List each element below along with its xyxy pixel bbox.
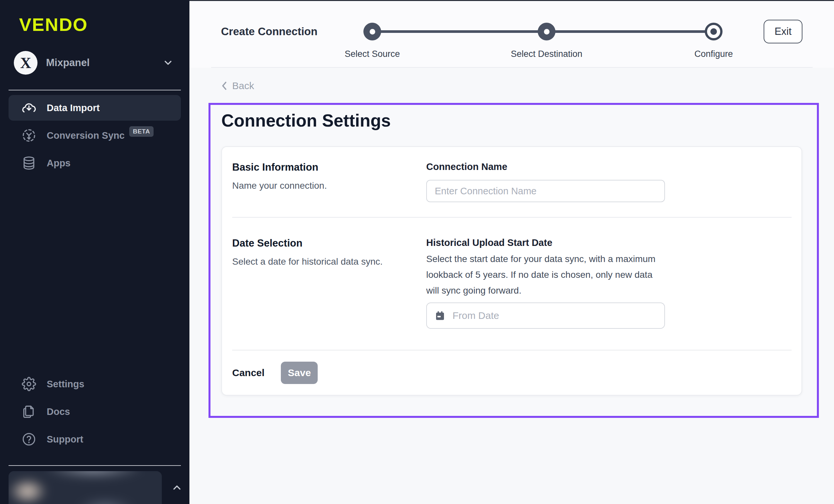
section-title: Date Selection xyxy=(232,237,426,250)
cloud-download-icon xyxy=(21,100,37,116)
sidebar-divider-top xyxy=(8,90,181,90)
start-date-label: Historical Upload Start Date xyxy=(426,237,792,248)
sidebar-item-settings[interactable]: Settings xyxy=(8,371,181,397)
user-account-row[interactable] xyxy=(8,471,181,504)
database-icon xyxy=(21,155,37,171)
sidebar-item-apps[interactable]: Apps xyxy=(8,150,181,176)
save-button[interactable]: Save xyxy=(281,361,318,384)
mixpanel-logo-icon: X xyxy=(14,51,38,74)
step-dot-select-destination[interactable] xyxy=(538,23,555,40)
sidebar: VENDO X Mixpanel Data Import xyxy=(0,0,190,504)
beta-badge: BETA xyxy=(129,126,154,137)
wizard-content: Back Connection Settings Basic Informati… xyxy=(190,68,834,504)
sidebar-divider-bottom xyxy=(8,465,181,466)
panel-title: Connection Settings xyxy=(221,110,817,131)
start-date-help-text: Select the start date for your data sync… xyxy=(426,251,656,299)
section-description: Select a date for historical data sync. xyxy=(232,256,426,268)
from-date-field[interactable] xyxy=(426,303,665,329)
settings-card: Basic Information Name your connection. … xyxy=(221,146,802,395)
sidebar-nav: Data Import Conversion Sync BETA xyxy=(0,93,190,176)
basic-information-row: Basic Information Name your connection. … xyxy=(222,147,802,217)
step-dot-configure[interactable] xyxy=(705,23,723,40)
help-icon xyxy=(21,431,37,447)
sidebar-item-label: Docs xyxy=(47,407,70,417)
sidebar-item-support[interactable]: Support xyxy=(8,426,181,452)
sync-split-icon xyxy=(21,128,37,143)
step-dot-select-source[interactable] xyxy=(364,23,381,40)
sidebar-item-data-import[interactable]: Data Import xyxy=(8,95,181,120)
basic-information-fields: Connection Name xyxy=(426,161,792,202)
date-selection-intro: Date Selection Select a date for histori… xyxy=(232,237,426,329)
step-label-select-destination: Select Destination xyxy=(481,49,612,59)
docs-icon xyxy=(21,404,37,419)
redaction-blur xyxy=(8,471,162,504)
user-account-redacted xyxy=(8,471,162,504)
gear-icon xyxy=(21,376,37,392)
sidebar-footer-nav: Settings Docs Support xyxy=(0,369,190,452)
sidebar-item-conversion-sync[interactable]: Conversion Sync BETA xyxy=(8,123,181,148)
main-area: Create Connection Select Source Select D… xyxy=(190,0,834,504)
chevron-left-icon xyxy=(220,81,228,91)
workspace-selector[interactable]: X Mixpanel xyxy=(8,48,181,78)
sidebar-item-label: Data Import xyxy=(47,103,100,113)
from-date-input[interactable] xyxy=(453,310,656,321)
chevron-up-icon[interactable] xyxy=(171,482,183,494)
wizard-header: Create Connection Select Source Select D… xyxy=(190,1,834,68)
step-label-configure: Configure xyxy=(648,49,780,59)
sidebar-item-label: Conversion Sync xyxy=(47,130,125,141)
sidebar-item-label: Apps xyxy=(47,158,71,169)
sidebar-item-label: Settings xyxy=(47,379,84,390)
back-link[interactable]: Back xyxy=(220,80,254,91)
sidebar-spacer xyxy=(0,176,190,367)
date-selection-fields: Historical Upload Start Date Select the … xyxy=(426,237,792,329)
sidebar-item-docs[interactable]: Docs xyxy=(8,399,181,424)
back-label: Back xyxy=(232,80,254,91)
connection-settings-panel: Connection Settings Basic Information Na… xyxy=(208,103,819,418)
step-label-select-source: Select Source xyxy=(307,49,438,59)
section-description: Name your connection. xyxy=(232,180,426,192)
cancel-button[interactable]: Cancel xyxy=(232,367,264,378)
date-selection-row: Date Selection Select a date for histori… xyxy=(222,218,802,350)
card-footer: Cancel Save xyxy=(222,350,802,395)
exit-button[interactable]: Exit xyxy=(764,20,803,43)
connection-name-input[interactable] xyxy=(426,180,665,202)
basic-information-intro: Basic Information Name your connection. xyxy=(232,161,426,202)
workspace-name: Mixpanel xyxy=(46,57,162,69)
chevron-down-icon xyxy=(162,57,174,68)
page-title: Create Connection xyxy=(221,25,317,38)
vendo-logo: VENDO xyxy=(19,14,190,35)
connection-name-label: Connection Name xyxy=(426,161,792,173)
section-title: Basic Information xyxy=(232,161,426,174)
sidebar-item-label: Support xyxy=(47,434,83,445)
calendar-icon xyxy=(435,310,445,321)
